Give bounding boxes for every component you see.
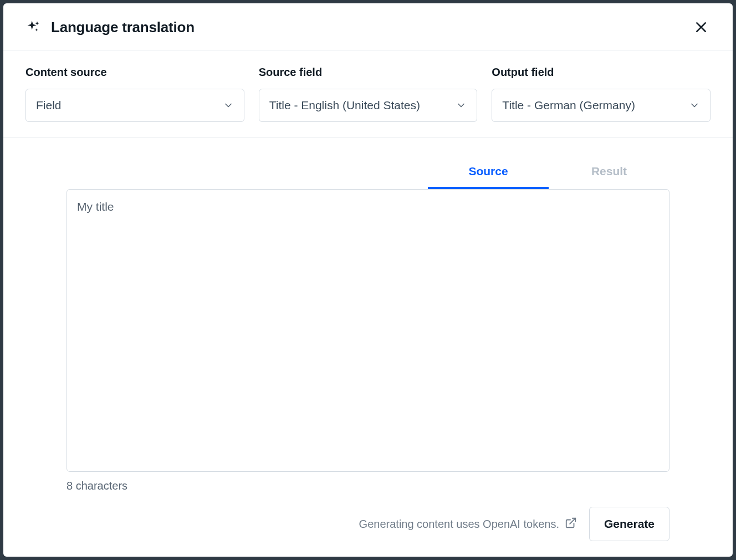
field-content-source: Content source Field <box>25 66 244 122</box>
generate-button[interactable]: Generate <box>589 507 669 541</box>
field-label: Source field <box>259 66 478 79</box>
field-label: Output field <box>492 66 711 79</box>
footer-hint: Generating content uses OpenAI tokens. <box>359 517 577 532</box>
dialog-title: Language translation <box>51 19 195 36</box>
chevron-down-icon <box>223 100 234 111</box>
svg-line-2 <box>570 518 575 523</box>
dialog-title-wrap: Language translation <box>25 19 195 36</box>
chevron-down-icon <box>689 100 700 111</box>
select-value: Title - English (United States) <box>269 99 420 112</box>
external-link-icon[interactable] <box>565 517 577 532</box>
select-value: Title - German (Germany) <box>502 99 635 112</box>
close-icon <box>694 20 708 34</box>
dialog: Language translation Content source Fiel… <box>3 3 733 557</box>
source-textarea[interactable] <box>67 189 669 472</box>
source-field-select[interactable]: Title - English (United States) <box>259 89 478 122</box>
content-source-select[interactable]: Field <box>25 89 244 122</box>
footer: Generating content uses OpenAI tokens. G… <box>3 492 733 557</box>
output-field-select[interactable]: Title - German (Germany) <box>492 89 711 122</box>
close-button[interactable] <box>692 18 711 37</box>
tab-source[interactable]: Source <box>428 157 549 189</box>
dialog-header: Language translation <box>3 3 733 50</box>
field-output-field: Output field Title - German (Germany) <box>492 66 711 122</box>
sparkle-icon <box>25 19 41 35</box>
tabs: Source Result <box>428 157 669 189</box>
tab-result[interactable]: Result <box>549 157 669 189</box>
field-source-field: Source field Title - English (United Sta… <box>259 66 478 122</box>
fields-row: Content source Field Source field Title … <box>3 50 733 138</box>
chevron-down-icon <box>456 100 467 111</box>
main: Source Result 8 characters <box>3 138 733 492</box>
footer-hint-text: Generating content uses OpenAI tokens. <box>359 518 559 531</box>
field-label: Content source <box>25 66 244 79</box>
select-value: Field <box>36 99 62 112</box>
character-count: 8 characters <box>67 480 127 492</box>
